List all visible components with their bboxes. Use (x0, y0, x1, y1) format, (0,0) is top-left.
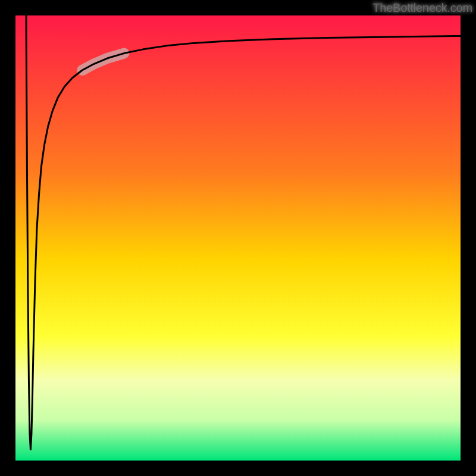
watermark-label: TheBottleneck.com (372, 1, 472, 15)
chart-plot-area (15, 15, 461, 461)
bottleneck-chart (0, 0, 476, 476)
